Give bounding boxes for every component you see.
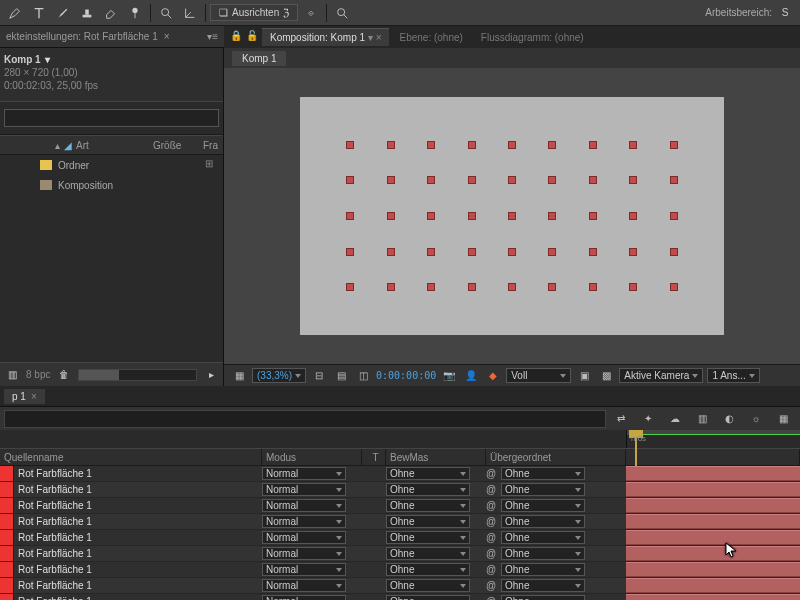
panel-menu-icon[interactable]: ▾≡ — [207, 31, 218, 42]
pin-tool-icon[interactable] — [124, 3, 146, 23]
ruler-icon[interactable]: ⊟ — [310, 367, 328, 385]
col-parent[interactable]: Übergeordnet — [486, 449, 626, 465]
trackmatte-dropdown[interactable]: Ohne — [386, 563, 470, 576]
zoom-tool-icon[interactable] — [155, 3, 177, 23]
blend-mode-dropdown[interactable]: Normal — [262, 499, 346, 512]
layer-color-swatch[interactable] — [0, 498, 14, 513]
camera-dropdown[interactable]: Aktive Kamera — [619, 368, 703, 383]
blend-mode-dropdown[interactable]: Normal — [262, 483, 346, 496]
pickwhip-icon[interactable]: @ — [486, 468, 498, 480]
pickwhip-icon[interactable]: @ — [486, 484, 498, 496]
layer-name[interactable]: Rot Farbfläche 1 — [14, 516, 262, 527]
trackmatte-dropdown[interactable]: Ohne — [386, 547, 470, 560]
work-area-bar[interactable] — [643, 434, 800, 435]
project-item-folder[interactable]: Ordner ⊞ — [0, 155, 223, 175]
tab-flowchart[interactable]: Flussdiagramm: (ohne) — [473, 29, 592, 46]
tab-layer[interactable]: Ebene: (ohne) — [391, 29, 470, 46]
layer-name[interactable]: Rot Farbfläche 1 — [14, 548, 262, 559]
blend-mode-dropdown[interactable]: Normal — [262, 515, 346, 528]
parent-dropdown[interactable]: Ohne — [501, 595, 585, 600]
project-item-comp[interactable]: Komposition — [0, 175, 223, 195]
sort-arrow-icon[interactable]: ▴ — [55, 140, 60, 151]
breadcrumb-chip[interactable]: Komp 1 — [232, 51, 286, 66]
text-tool-icon[interactable] — [28, 3, 50, 23]
pickwhip-icon[interactable]: @ — [486, 580, 498, 592]
shy-icon[interactable]: ☁ — [664, 410, 686, 428]
pickwhip-icon[interactable]: @ — [486, 500, 498, 512]
layer-name[interactable]: Rot Farbfläche 1 — [14, 532, 262, 543]
layer-name[interactable]: Rot Farbfläche 1 — [14, 564, 262, 575]
pen-tool-icon[interactable] — [4, 3, 26, 23]
parent-dropdown[interactable]: Ohne — [501, 531, 585, 544]
timeline-search-input[interactable] — [4, 410, 606, 428]
color-icon[interactable]: ◆ — [484, 367, 502, 385]
layer-color-swatch[interactable] — [0, 530, 14, 545]
parent-dropdown[interactable]: Ohne — [501, 579, 585, 592]
trackmatte-dropdown[interactable]: Ohne — [386, 499, 470, 512]
close-icon[interactable]: × — [31, 391, 37, 402]
pickwhip-icon[interactable]: @ — [486, 596, 498, 601]
layer-name[interactable]: Rot Farbfläche 1 — [14, 500, 262, 511]
blend-mode-dropdown[interactable]: Normal — [262, 563, 346, 576]
blend-mode-dropdown[interactable]: Normal — [262, 467, 346, 480]
lock-icon[interactable]: 🔒 — [230, 30, 244, 44]
close-icon[interactable]: × — [376, 32, 382, 43]
layer-color-swatch[interactable] — [0, 482, 14, 497]
roi-icon[interactable]: ▣ — [575, 367, 593, 385]
layer-row[interactable]: Rot Farbfläche 1NormalOhne@Ohne — [0, 578, 800, 594]
brush-tool-icon[interactable] — [52, 3, 74, 23]
project-scrollbar[interactable] — [78, 369, 197, 381]
transparency-grid-icon[interactable]: ▩ — [597, 367, 615, 385]
parent-dropdown[interactable]: Ohne — [501, 499, 585, 512]
project-panel-tab[interactable]: ekteinstellungen: Rot Farbfläche 1 — [6, 31, 158, 42]
tab-composition[interactable]: Komposition: Komp 1 ▾ × — [262, 28, 389, 46]
layer-bar[interactable] — [626, 530, 800, 545]
layer-color-swatch[interactable] — [0, 578, 14, 593]
blend-mode-dropdown[interactable]: Normal — [262, 595, 346, 600]
layer-name[interactable]: Rot Farbfläche 1 — [14, 484, 262, 495]
layer-color-swatch[interactable] — [0, 562, 14, 577]
layer-row[interactable]: Rot Farbfläche 1NormalOhne@Ohne — [0, 530, 800, 546]
trackmatte-dropdown[interactable]: Ohne — [386, 579, 470, 592]
resolution-dropdown[interactable]: Voll — [506, 368, 571, 383]
timeline-ruler[interactable]: m0s — [0, 430, 800, 448]
snap-opts-icon[interactable]: ⟐ — [300, 3, 322, 23]
snapshot-icon[interactable]: 📷 — [440, 367, 458, 385]
guides-icon[interactable]: ▤ — [332, 367, 350, 385]
layer-bar[interactable] — [626, 594, 800, 600]
pickwhip-icon[interactable]: @ — [486, 532, 498, 544]
trash-icon[interactable]: 🗑 — [56, 365, 72, 385]
col-source[interactable]: Quellenname — [0, 449, 262, 465]
brainstorm-icon[interactable]: ☼ — [745, 410, 767, 428]
parent-dropdown[interactable]: Ohne — [501, 563, 585, 576]
workspace-dropdown[interactable]: S — [774, 3, 796, 23]
tag-icon[interactable]: ◢ — [64, 140, 72, 151]
layer-color-swatch[interactable] — [0, 514, 14, 529]
trackmatte-dropdown[interactable]: Ohne — [386, 467, 470, 480]
blend-mode-dropdown[interactable]: Normal — [262, 579, 346, 592]
parent-dropdown[interactable]: Ohne — [501, 515, 585, 528]
col-trkmat[interactable]: BewMas — [386, 449, 486, 465]
layer-bar[interactable] — [626, 562, 800, 577]
col-size[interactable]: Größe — [153, 140, 203, 151]
layer-bar[interactable] — [626, 498, 800, 513]
blend-mode-dropdown[interactable]: Normal — [262, 531, 346, 544]
layer-row[interactable]: Rot Farbfläche 1NormalOhne@Ohne — [0, 514, 800, 530]
comp-mini-flowchart-icon[interactable]: ⇄ — [610, 410, 632, 428]
eraser-tool-icon[interactable] — [100, 3, 122, 23]
layer-name[interactable]: Rot Farbfläche 1 — [14, 596, 262, 600]
timecode[interactable]: 0:00:00:00 — [376, 370, 436, 381]
close-icon[interactable]: × — [164, 31, 170, 42]
pickwhip-icon[interactable]: @ — [486, 516, 498, 528]
col-name[interactable]: Art — [76, 140, 89, 151]
grid-icon[interactable]: ⊞ — [205, 158, 219, 172]
layer-bar[interactable] — [626, 514, 800, 529]
pickwhip-icon[interactable]: @ — [486, 564, 498, 576]
pickwhip-icon[interactable]: @ — [486, 548, 498, 560]
mask-icon[interactable]: ◫ — [354, 367, 372, 385]
layer-color-swatch[interactable] — [0, 546, 14, 561]
parent-dropdown[interactable]: Ohne — [501, 547, 585, 560]
col-framerate[interactable]: Fra — [203, 140, 223, 151]
layer-row[interactable]: Rot Farbfläche 1NormalOhne@Ohne — [0, 594, 800, 600]
zoom-dropdown[interactable]: (33,3%) — [252, 368, 306, 383]
